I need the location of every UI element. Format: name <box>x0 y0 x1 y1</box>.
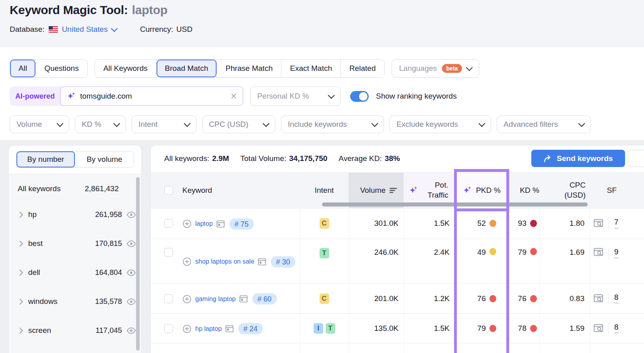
keyword-search-input[interactable]: tomsguide.com ✕ <box>60 87 243 106</box>
kd-value: 78 <box>518 324 526 333</box>
row-checkbox[interactable] <box>164 219 173 228</box>
send-keywords-button[interactable]: Send keywords <box>531 150 625 167</box>
group-row-hp[interactable]: hp 261,958 <box>9 200 141 229</box>
kd-difficulty-dot <box>530 295 537 302</box>
row-checkbox[interactable] <box>164 294 173 303</box>
database-value: United States <box>62 25 108 34</box>
group-row-dell[interactable]: dell 164,804 <box>9 258 141 287</box>
chevron-right-icon[interactable] <box>17 298 23 305</box>
tab-by-volume[interactable]: By volume <box>75 151 134 167</box>
tab-all[interactable]: All <box>10 60 36 77</box>
ranking-position-badge[interactable]: # 24 <box>238 323 263 334</box>
ranking-position-badge[interactable]: # 60 <box>252 293 277 305</box>
include-keywords-filter[interactable]: Include keywords <box>281 116 384 133</box>
group-row-best[interactable]: best 170,815 <box>9 229 141 258</box>
chevron-right-icon[interactable] <box>17 269 23 276</box>
serp-snapshot-icon[interactable] <box>217 220 225 227</box>
eye-icon[interactable] <box>126 240 136 247</box>
eye-icon[interactable] <box>126 327 136 334</box>
sf-count[interactable]: 8 <box>614 293 619 304</box>
select-all-checkbox[interactable] <box>164 186 173 195</box>
keyword-link[interactable]: gaming laptop <box>195 295 236 302</box>
row-checkbox[interactable] <box>164 324 173 333</box>
sidebar-scrollbar[interactable] <box>136 177 140 351</box>
horizontal-scrollbar[interactable] <box>322 202 588 206</box>
eye-icon[interactable] <box>126 211 136 218</box>
keyword-link[interactable]: laptop <box>195 220 213 227</box>
tab-all-keywords[interactable]: All Keywords <box>95 60 157 77</box>
pkd-value: 52 <box>477 219 486 228</box>
add-keyword-icon[interactable] <box>182 294 192 303</box>
tab-by-number[interactable]: By number <box>17 151 75 167</box>
group-count: 164,804 <box>95 268 122 277</box>
tab-questions[interactable]: Questions <box>36 60 87 77</box>
tab-phrase-match[interactable]: Phrase Match <box>217 60 281 77</box>
chevron-right-icon[interactable] <box>17 327 23 334</box>
eye-icon[interactable] <box>126 269 136 276</box>
divider <box>609 293 609 305</box>
tab-exact-match[interactable]: Exact Match <box>281 60 341 77</box>
all-keywords-row[interactable]: All keywords 2,861,432 <box>9 178 141 200</box>
table-row: shop laptops on sale# 30 T 246.0K 2.4K 4… <box>151 239 644 284</box>
intent-badge: T <box>326 323 335 334</box>
personal-kd-dropdown[interactable]: Personal KD % <box>250 87 341 106</box>
pot-traffic-value: 2.4K <box>404 239 450 283</box>
chevron-right-icon[interactable] <box>17 240 23 247</box>
show-ranking-keywords-toggle[interactable] <box>350 91 369 102</box>
group-row-screen[interactable]: screen 117,045 <box>9 316 141 345</box>
exclude-keywords-filter[interactable]: Exclude keywords <box>390 116 491 133</box>
clear-search-icon[interactable]: ✕ <box>230 91 237 101</box>
serp-snapshot-icon[interactable] <box>239 295 248 303</box>
tab-broad-match[interactable]: Broad Match <box>157 60 217 77</box>
chevron-right-icon[interactable] <box>17 211 23 218</box>
sf-count[interactable]: 9 <box>614 248 619 258</box>
group-row-windows[interactable]: windows 135,578 <box>9 287 141 316</box>
serp-preview-icon[interactable] <box>594 294 604 303</box>
pkd-value: 76 <box>477 294 486 303</box>
all-keywords-stat-label: All keywords: <box>164 154 209 163</box>
keyword-cell: laptop# 75 <box>182 217 304 231</box>
chevron-down-icon <box>57 120 64 127</box>
intent-filter[interactable]: Intent <box>132 116 196 133</box>
table-row: gaming laptop# 60 C 201.0K 1.2K 76 76 0.… <box>151 284 644 314</box>
keyword-link[interactable]: hp laptop <box>195 325 222 332</box>
chevron-down-icon <box>111 25 118 32</box>
volume-value: 301.0K <box>348 208 398 239</box>
all-keywords-label: All keywords <box>18 184 61 193</box>
cpc-header-line1: CPC <box>570 181 586 189</box>
row-checkbox[interactable] <box>164 248 173 257</box>
keyword-link[interactable]: shop laptops on sale <box>195 258 254 265</box>
serp-preview-icon[interactable] <box>594 248 604 257</box>
serp-snapshot-icon[interactable] <box>225 325 233 332</box>
kd-difficulty-dot <box>530 220 537 227</box>
keyword-magic-tool-page: Keyword Magic Tool:laptop Database: Unit… <box>0 0 644 353</box>
serp-preview-icon[interactable] <box>594 324 604 333</box>
kd-filter[interactable]: KD % <box>75 116 126 133</box>
sf-count[interactable]: 7 <box>614 218 619 229</box>
languages-dropdown[interactable]: Languages beta <box>392 59 480 78</box>
add-keyword-icon[interactable] <box>182 324 192 333</box>
ranking-position-badge[interactable]: # 30 <box>271 256 295 267</box>
volume-filter[interactable]: Volume <box>10 116 69 133</box>
page-title-text: Keyword Magic Tool: <box>10 3 128 17</box>
column-header-sf[interactable]: SF <box>594 173 617 208</box>
database-selector[interactable]: United States <box>62 25 117 34</box>
add-keyword-icon[interactable] <box>182 257 192 266</box>
serp-snapshot-icon[interactable] <box>258 258 266 265</box>
cpc-value: 1.80 <box>539 208 584 239</box>
add-keyword-icon[interactable] <box>182 219 192 229</box>
tab-related[interactable]: Related <box>341 60 384 77</box>
sf-count[interactable]: 8 <box>614 323 619 334</box>
ranking-position-badge[interactable]: # 75 <box>229 218 254 229</box>
serp-preview-icon[interactable] <box>594 219 604 228</box>
advanced-filters[interactable]: Advanced filters <box>497 116 591 133</box>
keyword-cell: shop laptops on sale# 30 <box>182 254 304 268</box>
volume-value: 201.0K <box>348 284 398 313</box>
languages-label: Languages <box>399 64 437 73</box>
eye-icon[interactable] <box>126 298 136 305</box>
keywords-table-panel: All keywords:2.9M Total Volume:34,175,75… <box>151 146 644 353</box>
partially-visible-button[interactable] <box>628 150 644 167</box>
cpc-filter[interactable]: CPC (USD) <box>202 116 275 133</box>
volume-value: 135.0K <box>348 314 398 343</box>
column-header-keyword[interactable]: Keyword <box>182 173 212 208</box>
